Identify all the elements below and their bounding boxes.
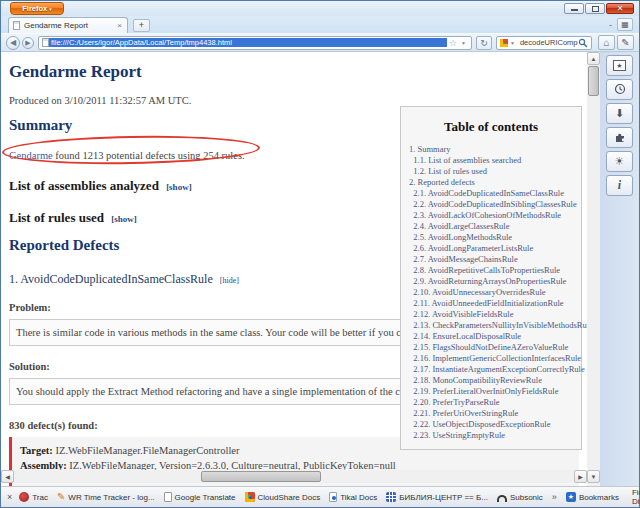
- new-tab-button[interactable]: +: [133, 19, 150, 32]
- quill-icon: ✎: [621, 37, 629, 48]
- tab-gendarme-report[interactable]: Gendarme Report ×: [8, 17, 128, 33]
- rule-1-title: 1. AvoidCodeDuplicatedInSameClassRule: [9, 272, 213, 286]
- rules-show-link[interactable]: [show]: [111, 214, 137, 224]
- bookmark-wr-time-tracker[interactable]: ✎ WR Time Tracker - log...: [57, 492, 155, 502]
- gendarme-link[interactable]: Gendarme: [9, 150, 53, 161]
- url-bar[interactable]: file:///C:/Users/igor/AppData/Local/Temp…: [38, 36, 472, 50]
- home-button[interactable]: ⌂: [598, 35, 615, 50]
- settings-button[interactable]: ☀: [606, 151, 633, 172]
- bookmark-trac[interactable]: Trac: [19, 492, 48, 502]
- toc-item[interactable]: 2.17. InstantiateArgumentExceptionCorrec…: [409, 364, 573, 375]
- arrow-right-icon: ▶: [25, 39, 30, 46]
- url-dropdown-icon[interactable]: ▼: [461, 40, 466, 46]
- navigation-bar: ◀ ▶ file:///C:/Users/igor/AppData/Local/…: [1, 33, 639, 52]
- toc-item[interactable]: 1.1. List of assemblies searched: [409, 155, 573, 166]
- forward-button[interactable]: ▶: [22, 37, 34, 49]
- firefox-menu-button[interactable]: Firefox▾: [10, 2, 64, 15]
- toc-item[interactable]: 2.4. AvoidLargeClassesRule: [409, 221, 573, 232]
- tikal-docs-icon: [329, 492, 337, 502]
- addon-bar-close-icon[interactable]: ×: [7, 492, 12, 502]
- arrow-left-icon: ◀: [10, 38, 16, 47]
- side-toolbar: ★ ⬇ ☀ i: [600, 52, 639, 486]
- assemblies-show-link[interactable]: [show]: [166, 182, 192, 192]
- google-search-engine-icon[interactable]: [500, 39, 508, 47]
- info-button[interactable]: i: [606, 175, 633, 196]
- list-all-tabs-button[interactable]: -: [609, 20, 612, 30]
- document-icon: [164, 492, 172, 502]
- toc-item[interactable]: 1.2. List of rules used: [409, 166, 573, 177]
- toc-item[interactable]: 2.8. AvoidRepetitiveCallsToPropertiesRul…: [409, 265, 573, 276]
- toc-item[interactable]: 2.20. PreferTryParseRule: [409, 397, 573, 408]
- maximize-icon: [592, 6, 599, 12]
- close-button[interactable]: ✕: [606, 3, 634, 14]
- toc-item[interactable]: 2. Reported defects: [409, 177, 573, 188]
- search-engine-dropdown-icon[interactable]: ▼: [510, 40, 515, 46]
- page-icon: [13, 21, 20, 30]
- toc-item[interactable]: 2.23. UseStringEmptyRule: [409, 430, 573, 441]
- horizontal-scrollbar[interactable]: ◀ ▶: [1, 470, 587, 483]
- vertical-scrollbar[interactable]: ▲ ▼: [587, 52, 600, 486]
- toc-item[interactable]: 2.7. AvoidMessageChainsRule: [409, 254, 573, 265]
- rule-1-hide-link[interactable]: [hide]: [220, 276, 239, 285]
- bookmark-tikal-docs[interactable]: Tikal Docs: [329, 492, 377, 502]
- grid-icon: ▦: [621, 20, 629, 29]
- summary-text: found 1213 potential defects using 254 r…: [53, 150, 245, 161]
- horizontal-scroll-thumb[interactable]: [201, 471, 321, 482]
- toc-item[interactable]: 2.12. AvoidVisibleFieldsRule: [409, 309, 573, 320]
- bookmark-subsonic[interactable]: Subsonic: [497, 492, 543, 502]
- minimize-icon: [571, 9, 578, 11]
- search-magnifier-icon[interactable]: [578, 38, 588, 48]
- downloads-button[interactable]: ⬇: [606, 103, 633, 124]
- maximize-button[interactable]: [585, 3, 605, 14]
- minimize-button[interactable]: [564, 3, 584, 14]
- bookmark-google-translate[interactable]: Google Translate: [164, 492, 236, 502]
- toc-item[interactable]: 2.22. UseObjectDisposedExceptionRule: [409, 419, 573, 430]
- extension-button[interactable]: ✎: [617, 35, 634, 50]
- bookmarks-menu-button[interactable]: ★ Bookmarks: [566, 492, 619, 502]
- toc-item[interactable]: 2.18. MonoCompatibilityReviewRule: [409, 375, 573, 386]
- bookmarks-folder-icon: ★: [566, 492, 576, 502]
- bookmark-biblia-centr[interactable]: БИБЛИЯ-ЦЕНТР == Б...: [386, 492, 488, 502]
- download-arrow-icon: ⬇: [615, 108, 624, 119]
- produced-line: Produced on 3/10/2011 11:32:57 AM UTC.: [9, 95, 587, 106]
- bookmark-cloudshare-docs[interactable]: CloudShare Docs: [245, 492, 321, 502]
- assemblies-heading-text: List of assemblies analyzed: [9, 178, 159, 193]
- tab-close-icon[interactable]: ×: [116, 21, 123, 30]
- toc-item[interactable]: 2.9. AvoidReturningArraysOnPropertiesRul…: [409, 276, 573, 287]
- toc-item[interactable]: 1. Summary: [409, 144, 573, 155]
- close-icon: ✕: [617, 4, 624, 13]
- tab-groups-button[interactable]: ▦: [617, 18, 633, 31]
- home-icon: ⌂: [603, 37, 609, 48]
- url-input[interactable]: file:///C:/Users/igor/AppData/Local/Temp…: [49, 38, 447, 47]
- toc-item[interactable]: 2.3. AvoidLackOfCohesionOfMethodsRule: [409, 210, 573, 221]
- bookmarks-sidebar-button[interactable]: ★: [606, 55, 633, 76]
- history-button[interactable]: [606, 79, 633, 100]
- search-input[interactable]: decodeURIComponent: [520, 38, 578, 47]
- puzzle-icon: [614, 129, 626, 147]
- toc-item[interactable]: 2.13. CheckParametersNullityInVisibleMet…: [409, 320, 573, 331]
- scroll-down-icon[interactable]: ▼: [587, 470, 600, 483]
- toc-item[interactable]: 2.5. AvoidLongMethodsRule: [409, 232, 573, 243]
- toc-item[interactable]: 2.11. AvoidUnneededFieldInitializationRu…: [409, 298, 573, 309]
- toc-item[interactable]: 2.16. ImplementGenericCollectionInterfac…: [409, 353, 573, 364]
- search-box[interactable]: ▼ decodeURIComponent: [496, 36, 592, 50]
- addons-button[interactable]: [606, 127, 633, 148]
- reload-button[interactable]: ↻: [476, 36, 492, 50]
- scroll-left-icon[interactable]: ◀: [1, 470, 14, 483]
- rules-heading-text: List of rules used: [9, 210, 104, 225]
- toc-item[interactable]: 2.15. FlagsShouldNotDefineAZeroValueRule: [409, 342, 573, 353]
- fiddler-status[interactable]: Fiddler: Disabled: [632, 488, 640, 506]
- toc-item[interactable]: 2.21. PreferUriOverStringRule: [409, 408, 573, 419]
- scroll-up-icon[interactable]: ▲: [587, 52, 600, 65]
- scroll-right-icon[interactable]: ▶: [574, 470, 587, 483]
- vertical-scroll-thumb[interactable]: [588, 66, 599, 96]
- toc-item[interactable]: 2.6. AvoidLongParameterListsRule: [409, 243, 573, 254]
- bookmark-star-icon[interactable]: ☆: [449, 38, 457, 48]
- back-button[interactable]: ◀: [6, 36, 20, 50]
- bookmarks-overflow-button[interactable]: »: [552, 492, 557, 502]
- toc-item[interactable]: 2.10. AvoidUnnecessaryOverridesRule: [409, 287, 573, 298]
- toc-item[interactable]: 2.19. PreferLiteralOverInitOnlyFieldsRul…: [409, 386, 573, 397]
- toc-item[interactable]: 2.2. AvoidCodeDuplicatedInSiblingClasses…: [409, 199, 573, 210]
- toc-item[interactable]: 2.14. EnsureLocalDisposalRule: [409, 331, 573, 342]
- toc-item[interactable]: 2.1. AvoidCodeDuplicatedInSameClassRule: [409, 188, 573, 199]
